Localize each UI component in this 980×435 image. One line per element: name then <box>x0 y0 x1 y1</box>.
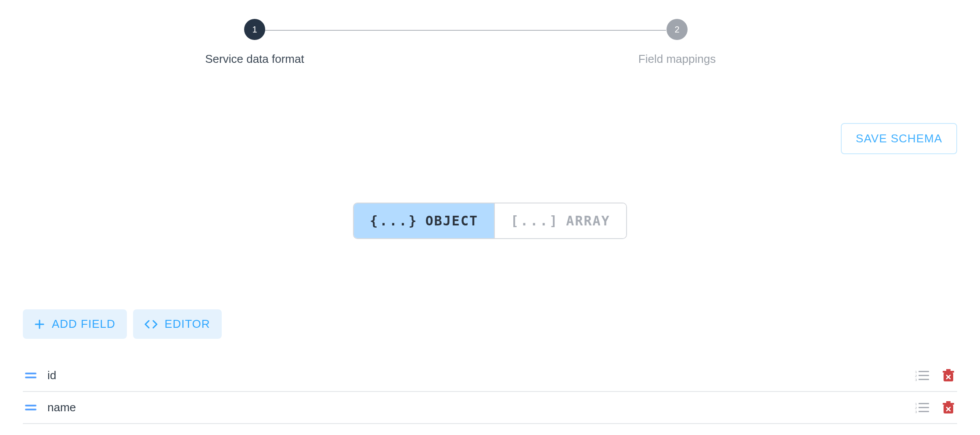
field-list: id 1 2 3 <box>0 360 980 424</box>
code-icon <box>144 319 158 330</box>
svg-rect-3 <box>919 371 929 372</box>
svg-rect-14 <box>919 403 929 404</box>
delete-icon[interactable] <box>942 369 955 382</box>
field-name[interactable]: id <box>47 369 915 382</box>
svg-rect-20 <box>943 403 954 405</box>
list-icon[interactable]: 1 2 3 <box>915 370 930 382</box>
svg-rect-9 <box>943 371 954 373</box>
step-2-label: Field mappings <box>638 52 716 66</box>
braces-icon: {...} <box>370 213 418 228</box>
step-1-label: Service data format <box>205 52 304 66</box>
step-2-circle: 2 <box>667 19 688 40</box>
editor-button[interactable]: EDITOR <box>133 309 222 339</box>
add-field-button[interactable]: ADD FIELD <box>23 309 127 339</box>
svg-text:3: 3 <box>915 410 917 414</box>
field-row: name 1 2 3 <box>23 392 957 424</box>
add-field-label: ADD FIELD <box>52 317 115 331</box>
svg-text:2: 2 <box>915 374 917 378</box>
step-1-circle: 1 <box>244 19 265 40</box>
svg-rect-5 <box>919 375 929 376</box>
list-icon[interactable]: 1 2 3 <box>915 402 930 414</box>
brackets-icon: [...] <box>511 213 559 228</box>
type-toggle-array-label: ARRAY <box>566 213 610 228</box>
svg-rect-7 <box>919 379 929 380</box>
svg-text:1: 1 <box>915 402 917 406</box>
svg-rect-16 <box>919 407 929 408</box>
type-toggle-object[interactable]: {...} OBJECT <box>354 203 494 238</box>
svg-text:3: 3 <box>915 378 917 382</box>
svg-rect-18 <box>919 411 929 412</box>
svg-rect-21 <box>946 401 951 403</box>
editor-label: EDITOR <box>165 317 210 331</box>
type-toggle-group: {...} OBJECT [...] ARRAY <box>353 203 627 239</box>
stepper: 1 Service data format 2 Field mappings <box>0 0 980 88</box>
type-toggle-object-label: OBJECT <box>425 213 478 228</box>
plus-icon <box>34 319 45 330</box>
step-2[interactable]: 2 Field mappings <box>594 19 760 66</box>
svg-rect-10 <box>946 369 951 371</box>
field-name[interactable]: name <box>47 401 915 414</box>
save-schema-button[interactable]: SAVE SCHEMA <box>841 123 957 154</box>
delete-icon[interactable] <box>942 401 955 414</box>
drag-handle-icon[interactable] <box>25 405 37 410</box>
drag-handle-icon[interactable] <box>25 373 37 378</box>
field-row: id 1 2 3 <box>23 360 957 392</box>
svg-text:2: 2 <box>915 406 917 410</box>
svg-text:1: 1 <box>915 370 917 374</box>
step-1[interactable]: 1 Service data format <box>171 19 338 66</box>
type-toggle-array[interactable]: [...] ARRAY <box>494 203 626 238</box>
